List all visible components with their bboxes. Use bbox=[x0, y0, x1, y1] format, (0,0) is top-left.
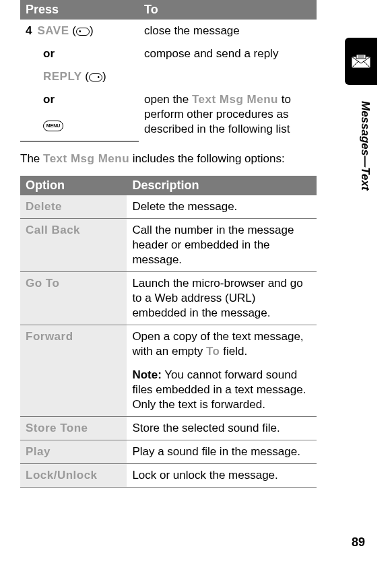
desc-storetone: Store the selected sound file. bbox=[127, 416, 317, 440]
or-2: or bbox=[20, 88, 139, 114]
svg-rect-1 bbox=[356, 55, 366, 59]
right-softkey-icon bbox=[89, 73, 102, 81]
save-key-label: SAVE bbox=[37, 24, 69, 37]
desc-lock: Lock or unlock the message. bbox=[127, 463, 317, 487]
option-forward: Forward bbox=[20, 325, 127, 416]
table-row: Go To Launch the micro-browser and go to… bbox=[20, 272, 317, 325]
desc-goto: Launch the micro-browser and go to a Web… bbox=[127, 272, 317, 325]
option-delete: Delete bbox=[20, 195, 127, 219]
option-header: Option bbox=[20, 176, 127, 195]
option-play: Play bbox=[20, 440, 127, 463]
table-row: Call Back Call the number in the message… bbox=[20, 218, 317, 271]
step-4-press: 4SAVE () bbox=[20, 20, 139, 42]
option-goto: Go To bbox=[20, 272, 127, 325]
section-tab bbox=[345, 38, 377, 85]
menu-desc: open the Text Msg Menu to perform other … bbox=[139, 88, 317, 141]
desc-delete: Delete the message. bbox=[127, 195, 317, 219]
desc-forward-note: Note: You cannot forward sound files emb… bbox=[127, 364, 317, 417]
desc-forward: Open a copy of the text message, with an… bbox=[127, 325, 317, 364]
table-row: Forward Open a copy of the text message,… bbox=[20, 325, 317, 364]
options-table: Option Description Delete Delete the mes… bbox=[20, 176, 317, 488]
description-header: Description bbox=[127, 176, 317, 195]
to-header: To bbox=[139, 0, 317, 20]
table-row: Store Tone Store the selected sound file… bbox=[20, 416, 317, 440]
or-1: or bbox=[20, 42, 139, 65]
press-to-table: Press To 4SAVE () close the message or c… bbox=[20, 0, 317, 142]
text-msg-menu-label-inline: Text Msg Menu bbox=[192, 93, 278, 106]
table-row: Play Play a sound file in the message. bbox=[20, 440, 317, 463]
envelope-icon bbox=[351, 54, 371, 69]
to-field-label: To bbox=[206, 345, 220, 358]
text-msg-menu-label: Text Msg Menu bbox=[43, 152, 129, 165]
desc-callback: Call the number in the message header or… bbox=[127, 218, 317, 271]
step-number: 4 bbox=[26, 24, 32, 37]
note-label: Note: bbox=[132, 368, 161, 381]
table-row: Delete Delete the message. bbox=[20, 195, 317, 219]
left-softkey-icon bbox=[76, 28, 90, 36]
desc-play: Play a sound file in the message. bbox=[127, 440, 317, 463]
press-header: Press bbox=[20, 0, 139, 20]
step-4-to: close the message bbox=[139, 20, 317, 42]
vertical-section-label: Messages—Text bbox=[358, 101, 372, 191]
reply-desc: compose and send a reply bbox=[139, 42, 317, 88]
menu-key-icon: MENU bbox=[43, 121, 63, 131]
table-row: Lock/Unlock Lock or unlock the message. bbox=[20, 463, 317, 487]
reply-press: REPLY () bbox=[20, 65, 139, 88]
option-storetone: Store Tone bbox=[20, 416, 127, 440]
option-lock: Lock/Unlock bbox=[20, 463, 127, 487]
page-number: 89 bbox=[352, 535, 365, 550]
reply-key-label: REPLY bbox=[43, 70, 82, 83]
option-callback: Call Back bbox=[20, 218, 127, 271]
intro-paragraph: The Text Msg Menu includes the following… bbox=[20, 152, 317, 166]
menu-press: MENU bbox=[20, 114, 139, 141]
